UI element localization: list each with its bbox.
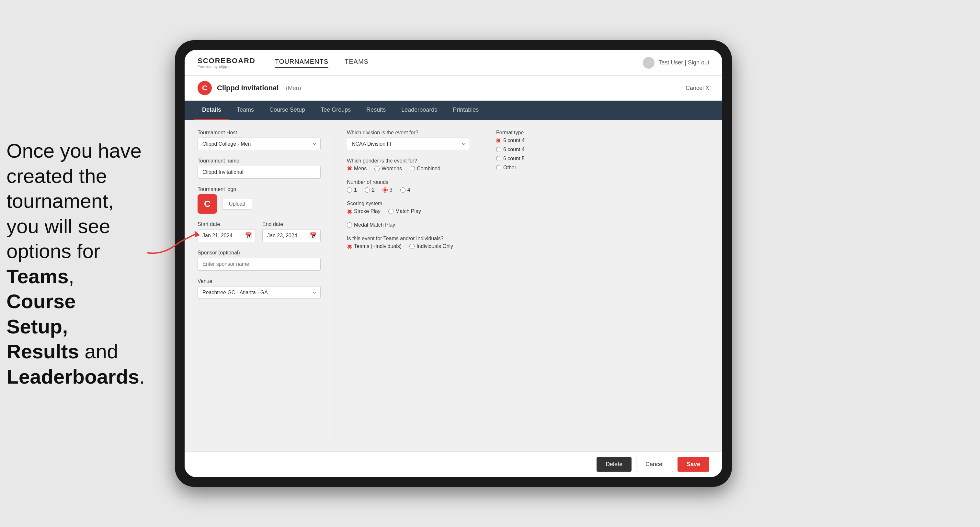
division-label: Which division is the event for? — [347, 130, 470, 136]
nav-tournaments[interactable]: TOURNAMENTS — [275, 58, 328, 68]
rounds-3-radio[interactable] — [382, 187, 388, 193]
rounds-2-label: 2 — [372, 187, 375, 193]
delete-button[interactable]: Delete — [597, 457, 632, 471]
rounds-options: 1 2 3 — [347, 187, 470, 193]
form-col-right: Format type 5 count 4 6 count 4 — [496, 130, 709, 441]
cancel-button[interactable]: Cancel — [636, 457, 673, 472]
format-6count4[interactable]: 6 count 4 — [496, 147, 709, 152]
format-5count4-radio[interactable] — [496, 138, 501, 143]
svg-marker-0 — [195, 230, 200, 237]
rounds-4[interactable]: 4 — [400, 187, 410, 193]
individuals-only-radio[interactable] — [409, 244, 415, 249]
gender-womens-label: Womens — [382, 166, 402, 171]
rounds-4-radio[interactable] — [400, 187, 406, 193]
tournament-logo-group: Tournament logo C Upload — [197, 186, 321, 214]
teams-individuals-label: Is this event for Teams and/or Individua… — [347, 236, 470, 241]
page-wrapper: Once you have created the tournament, yo… — [0, 0, 980, 527]
sponsor-input[interactable] — [197, 258, 321, 271]
user-avatar — [643, 57, 654, 68]
venue-group: Venue Peachtree GC - Atlanta - GA — [197, 278, 321, 299]
scoring-medal-radio[interactable] — [347, 222, 352, 227]
tournament-name-label: Tournament name — [197, 158, 321, 164]
tournament-name-group: Tournament name — [197, 158, 321, 179]
start-date-wrap: 📅 — [197, 229, 256, 242]
gender-combined-label: Combined — [417, 166, 441, 171]
scoring-medal-label: Medal Match Play — [354, 222, 395, 228]
sponsor-group: Sponsor (optional) — [197, 250, 321, 271]
tournament-header: C Clippd Invitational (Men) Cancel X — [185, 76, 722, 101]
tab-course-setup[interactable]: Course Setup — [262, 101, 313, 120]
division-group: Which division is the event for? NCAA Di… — [347, 130, 470, 150]
scoring-match[interactable]: Match Play — [388, 208, 421, 214]
format-6count4-radio[interactable] — [496, 147, 501, 152]
tab-tee-groups[interactable]: Tee Groups — [313, 101, 358, 120]
scoring-medal[interactable]: Medal Match Play — [347, 222, 395, 228]
logo-preview: C — [197, 194, 217, 214]
tab-printables[interactable]: Printables — [445, 101, 487, 120]
tab-leaderboards[interactable]: Leaderboards — [393, 101, 445, 120]
gender-mens-radio[interactable] — [347, 166, 352, 171]
end-date-group: End date 📅 — [262, 221, 321, 242]
tab-bar: Details Teams Course Setup Tee Groups Re… — [185, 101, 722, 120]
division-select[interactable]: NCAA Division III — [347, 138, 470, 150]
format-options: 5 count 4 6 count 4 6 count 5 — [496, 138, 709, 171]
divider-mid-right — [483, 130, 483, 441]
format-6count5-label: 6 count 5 — [503, 156, 525, 162]
format-6count5-radio[interactable] — [496, 156, 501, 161]
gender-womens-radio[interactable] — [374, 166, 380, 171]
rounds-3[interactable]: 3 — [382, 187, 393, 193]
individuals-only-label: Individuals Only — [417, 243, 453, 249]
rounds-2[interactable]: 2 — [365, 187, 375, 193]
scoring-stroke[interactable]: Stroke Play — [347, 208, 380, 214]
tab-teams[interactable]: Teams — [229, 101, 262, 120]
format-5count4-label: 5 count 4 — [503, 138, 525, 143]
cancel-header-button[interactable]: Cancel X — [686, 85, 709, 92]
bold-results: Results — [6, 340, 79, 363]
scoring-stroke-radio[interactable] — [347, 209, 352, 214]
tournament-host-select[interactable]: Clippd College - Men — [197, 138, 321, 150]
teams-plus-radio[interactable] — [347, 244, 352, 249]
rounds-1-label: 1 — [354, 187, 357, 193]
form-col-left: Tournament Host Clippd College - Men Tou… — [197, 130, 321, 441]
format-label: Format type — [496, 130, 709, 136]
gender-mens[interactable]: Mens — [347, 166, 367, 171]
main-content: Tournament Host Clippd College - Men Tou… — [185, 120, 722, 477]
format-6count5[interactable]: 6 count 5 — [496, 156, 709, 162]
teams-plus-individuals[interactable]: Teams (+Individuals) — [347, 243, 402, 249]
calendar-icon-start: 📅 — [245, 232, 252, 239]
scoring-group: Scoring system Stroke Play Match Play — [347, 201, 470, 228]
scoring-options: Stroke Play Match Play Medal Match Play — [347, 208, 470, 228]
upload-button[interactable]: Upload — [222, 198, 252, 210]
gender-womens[interactable]: Womens — [374, 166, 402, 171]
rounds-1-radio[interactable] — [347, 187, 352, 193]
gender-options: Mens Womens Combined — [347, 166, 470, 171]
form-area: Tournament Host Clippd College - Men Tou… — [185, 120, 722, 451]
rounds-2-radio[interactable] — [365, 187, 370, 193]
save-button[interactable]: Save — [678, 457, 709, 471]
tournament-host-label: Tournament Host — [197, 130, 321, 136]
tournament-name: Clippd Invitational — [217, 84, 279, 92]
tab-results[interactable]: Results — [358, 101, 393, 120]
scoring-match-radio[interactable] — [388, 209, 393, 214]
individuals-only[interactable]: Individuals Only — [409, 243, 453, 249]
tournament-name-input[interactable] — [197, 166, 321, 179]
rounds-group: Number of rounds 1 2 — [347, 179, 470, 193]
nav-teams[interactable]: TEAMS — [345, 58, 369, 68]
calendar-icon-end: 📅 — [310, 232, 317, 239]
tablet-screen: SCOREBOARD Powered by clippd TOURNAMENTS… — [185, 50, 722, 477]
rounds-1[interactable]: 1 — [347, 187, 357, 193]
tournament-host-group: Tournament Host Clippd College - Men — [197, 130, 321, 150]
format-other-radio[interactable] — [496, 165, 501, 170]
bold-leaderboards: Leaderboards — [6, 365, 139, 387]
teams-plus-label: Teams (+Individuals) — [354, 243, 402, 249]
tab-details[interactable]: Details — [194, 101, 229, 120]
scoring-stroke-label: Stroke Play — [354, 208, 380, 214]
form-col-middle: Which division is the event for? NCAA Di… — [347, 130, 470, 441]
format-5count4[interactable]: 5 count 4 — [496, 138, 709, 143]
format-other[interactable]: Other — [496, 165, 709, 171]
gender-combined-radio[interactable] — [410, 166, 415, 171]
venue-select[interactable]: Peachtree GC - Atlanta - GA — [197, 286, 321, 299]
end-date-label: End date — [262, 221, 321, 227]
gender-combined[interactable]: Combined — [410, 166, 441, 171]
tournament-icon: C — [197, 81, 212, 95]
